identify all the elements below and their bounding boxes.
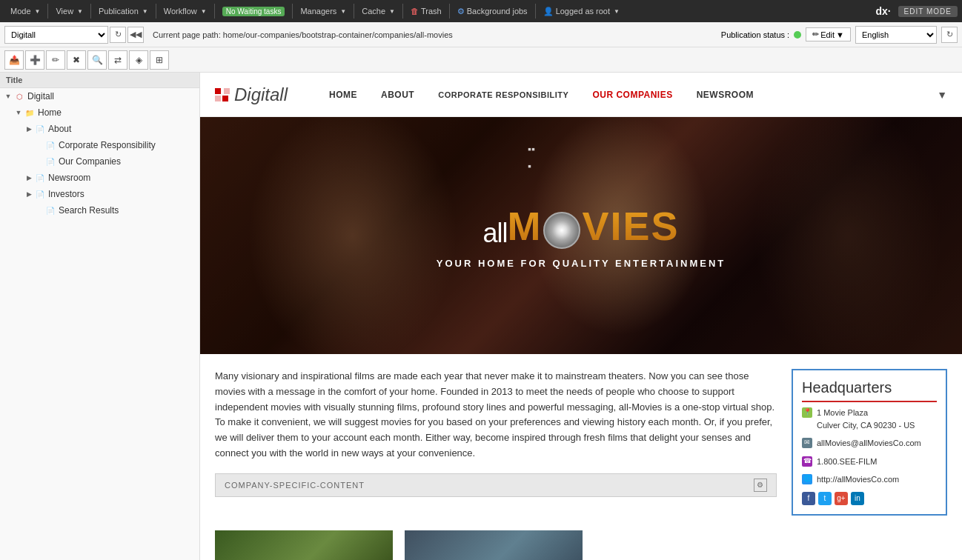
tool-add[interactable]: ➕ xyxy=(25,50,44,70)
logged-icon: 👤 xyxy=(543,7,554,16)
hero-content: all M VIES YOUR HOME FOR QUALITY ENTERTA… xyxy=(437,203,726,269)
thumb-2[interactable]: 1 DEC xyxy=(405,530,583,561)
nav-dropdown-arrow[interactable]: ▼ xyxy=(937,89,947,101)
tool-edit[interactable]: ✏ xyxy=(46,50,65,70)
email-icon: ✉ xyxy=(802,438,812,448)
cache-menu[interactable]: Cache ▼ xyxy=(356,0,401,22)
trash-label: Trash xyxy=(421,7,442,16)
view-menu[interactable]: View ▼ xyxy=(50,0,89,22)
pencil-icon: ✏ xyxy=(812,30,819,39)
sep2 xyxy=(90,4,91,19)
nav-about[interactable]: ABOUT xyxy=(369,73,426,117)
tree-label-newsroom: Newsroom xyxy=(48,173,90,183)
main-layout: Title ▼ ⬡ Digitall ▼ 📁 Home ▶ 📄 About 📄 … xyxy=(0,73,962,560)
tree-label-home: Home xyxy=(38,107,62,118)
nav-our-companies[interactable]: OUR COMPANIES xyxy=(580,73,684,117)
icon-toolbar: 📤 ➕ ✏ ✖ 🔍 ⇄ ◈ ⊞ xyxy=(0,47,962,73)
pub-status-label: Publication status : xyxy=(721,30,789,39)
hero-logo-mark: all M VIES xyxy=(437,203,726,249)
dx-logo: dx· xyxy=(875,5,890,17)
company-specific-bar: COMPANY-SPECIFIC-CONTENT ⚙ xyxy=(215,473,777,497)
hq-address-text: 1 Movie Plaza Culver City, CA 90230 - US xyxy=(817,407,915,431)
tree-item-about[interactable]: ▶ 📄 About xyxy=(0,121,199,137)
thumb-img-1: 6 JAN xyxy=(215,530,393,561)
social-linkedin[interactable]: in xyxy=(851,492,864,505)
tree-label-corp: Corporate Responsibility xyxy=(59,140,156,150)
status-dot xyxy=(794,31,801,39)
logo-box4 xyxy=(222,96,228,101)
workflow-menu[interactable]: Workflow ▼ xyxy=(158,0,213,22)
trash-button[interactable]: 🗑 Trash xyxy=(405,0,448,22)
bar-settings-icon[interactable]: ⚙ xyxy=(754,479,767,492)
page-icon-newsroom: 📄 xyxy=(34,172,46,184)
hq-address: 📍 1 Movie Plaza Culver City, CA 90230 - … xyxy=(802,407,937,431)
logo-text: Digitall xyxy=(234,84,288,105)
trash-icon: 🗑 xyxy=(411,7,419,16)
tree-item-investors[interactable]: ▶ 📄 Investors xyxy=(0,186,199,202)
hero-section: ▪▪▪ all M VIES YOUR HOME FOR QUALITY ENT… xyxy=(200,117,962,354)
top-toolbar: Mode ▼ View ▼ Publication ▼ Workflow ▼ N… xyxy=(0,0,962,22)
page-icon-corp: 📄 xyxy=(44,139,56,151)
edit-button[interactable]: ✏ Edit ▼ xyxy=(806,27,851,41)
tool-delete[interactable]: ✖ xyxy=(67,50,86,70)
hero-all-text: all xyxy=(482,218,507,249)
hq-email-text: allMovies@allMoviesCo.com xyxy=(817,437,921,450)
nav-home[interactable]: HOME xyxy=(317,73,369,117)
pub-arrow: ▼ xyxy=(142,8,148,15)
social-twitter[interactable]: t xyxy=(818,492,832,505)
path-bar: Current page path: home/our-companies/bo… xyxy=(147,30,718,39)
tree-item-newsroom[interactable]: ▶ 📄 Newsroom xyxy=(0,170,199,186)
tree-arrow-investors: ▶ xyxy=(24,190,34,198)
tree-label-investors: Investors xyxy=(48,189,84,199)
tree-item-corp-resp[interactable]: 📄 Corporate Responsibility xyxy=(0,137,199,153)
bg-jobs-label: Background jobs xyxy=(467,7,528,16)
mode-arrow: ▼ xyxy=(35,8,41,15)
hq-website-item: 🌐 http://allMoviesCo.com xyxy=(802,473,937,486)
tree-label-search: Search Results xyxy=(59,205,119,216)
sep1 xyxy=(47,4,48,19)
hq-address-line1: 1 Movie Plaza xyxy=(817,407,915,419)
root-icon: ⬡ xyxy=(13,90,25,102)
logged-as-menu[interactable]: 👤 Logged as root ▼ xyxy=(537,0,626,22)
tool-workflow[interactable]: ◈ xyxy=(129,50,148,70)
page-select[interactable]: Digitall xyxy=(4,26,108,44)
hq-box: Headquarters 📍 1 Movie Plaza Culver City… xyxy=(792,369,947,516)
web-icon: 🌐 xyxy=(802,474,812,484)
content-section: Many visionary and inspirational films a… xyxy=(200,354,962,523)
publication-label: Publication xyxy=(99,7,139,16)
page-selector: Digitall ↻ ◀◀ xyxy=(4,26,144,44)
tree-item-our-companies[interactable]: 📄 Our Companies xyxy=(0,153,199,170)
page-icon-search: 📄 xyxy=(44,204,56,216)
tree-item-search-results[interactable]: 📄 Search Results xyxy=(0,202,199,219)
sidebar-header: Title xyxy=(0,73,199,88)
publication-menu[interactable]: Publication ▼ xyxy=(93,0,154,22)
language-select[interactable]: English xyxy=(855,26,937,44)
tree-item-digitall[interactable]: ▼ ⬡ Digitall xyxy=(0,88,199,104)
social-facebook[interactable]: f xyxy=(802,492,815,505)
tool-search[interactable]: 🔍 xyxy=(87,50,107,70)
tool-more[interactable]: ⊞ xyxy=(150,50,169,70)
hero-tagline: YOUR HOME FOR QUALITY ENTERTAINMENT xyxy=(437,258,726,269)
bg-jobs-button[interactable]: ⚙ Background jobs xyxy=(451,0,534,22)
tool-link[interactable]: ⇄ xyxy=(108,50,127,70)
back-btn[interactable]: ◀◀ xyxy=(127,27,144,43)
thumb-1[interactable]: 6 JAN xyxy=(215,530,393,561)
map-icon: 📍 xyxy=(802,407,812,418)
sidebar: Title ▼ ⬡ Digitall ▼ 📁 Home ▶ 📄 About 📄 … xyxy=(0,73,200,560)
tool-publish[interactable]: 📤 xyxy=(4,50,24,70)
managers-arrow: ▼ xyxy=(340,8,346,15)
sep8 xyxy=(449,4,450,19)
hq-title: Headquarters xyxy=(802,379,937,402)
hero-vies-text: VIES xyxy=(582,203,679,249)
tree-label-about: About xyxy=(48,124,71,134)
lang-refresh-btn[interactable]: ↻ xyxy=(941,27,958,43)
mode-menu[interactable]: Mode ▼ xyxy=(4,0,46,22)
logo-box3 xyxy=(215,96,221,101)
social-google-plus[interactable]: g+ xyxy=(835,492,848,505)
nav-newsroom[interactable]: NEWSROOM xyxy=(685,73,766,117)
managers-menu[interactable]: Managers ▼ xyxy=(294,0,352,22)
nav-corp-resp[interactable]: CORPORATE RESPONSIBILITY xyxy=(426,73,580,117)
tree-item-home[interactable]: ▼ 📁 Home xyxy=(0,104,199,121)
content-main: Many visionary and inspirational films a… xyxy=(215,369,777,516)
refresh-btn[interactable]: ↻ xyxy=(110,27,126,43)
